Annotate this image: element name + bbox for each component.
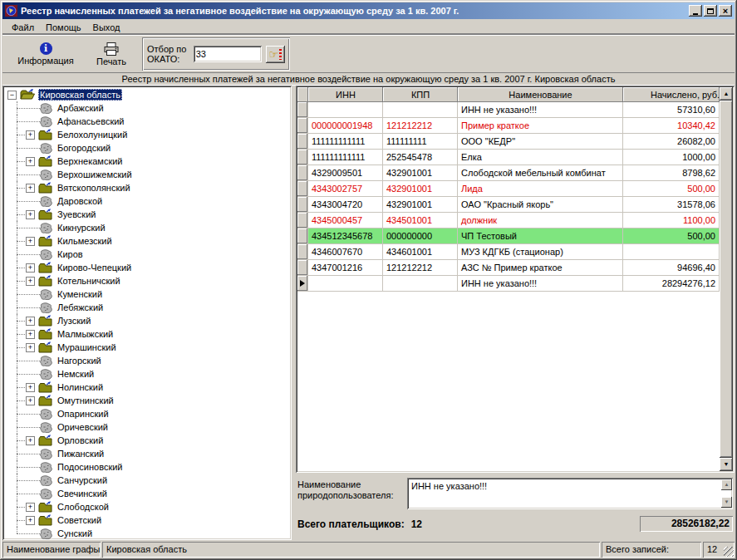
memo-scrollbar[interactable]: ▲ ▼ bbox=[720, 478, 733, 509]
district-label[interactable]: Немский bbox=[56, 368, 96, 380]
header-name[interactable]: Наименование bbox=[458, 87, 623, 102]
tree-item-district[interactable]: + Орловский bbox=[6, 434, 292, 447]
district-label[interactable]: Арбажский bbox=[56, 102, 106, 114]
cell-kpp[interactable]: 111111111 bbox=[383, 134, 458, 149]
okato-apply-button[interactable]: ☞ bbox=[266, 46, 285, 63]
tree-item-district[interactable]: + Опаринский bbox=[6, 407, 292, 420]
tree-item-district[interactable]: + Слободской bbox=[6, 500, 292, 513]
cell-amount[interactable]: 8798,62 bbox=[623, 165, 720, 180]
expand-toggle[interactable]: + bbox=[26, 317, 35, 326]
district-label[interactable]: Санчурский bbox=[56, 474, 109, 486]
maximize-button[interactable] bbox=[704, 5, 717, 17]
expand-toggle[interactable]: + bbox=[26, 130, 35, 140]
tree-item-district[interactable]: + Пижанский bbox=[6, 447, 292, 460]
row-selector[interactable] bbox=[297, 102, 308, 117]
memo-scroll-up-icon[interactable]: ▲ bbox=[721, 479, 732, 490]
menu-exit[interactable]: Выход bbox=[87, 21, 126, 34]
row-selector[interactable] bbox=[297, 150, 308, 165]
menu-help[interactable]: Помощь bbox=[40, 21, 87, 34]
cell-name[interactable]: ОАО "Красный якорь" bbox=[458, 197, 623, 212]
district-label[interactable]: Свечинский bbox=[56, 488, 109, 499]
cell-kpp[interactable]: 121212212 bbox=[383, 260, 458, 275]
cell-amount[interactable]: 1100,00 bbox=[623, 213, 720, 228]
district-label[interactable]: Омутнинский bbox=[56, 395, 115, 406]
expand-toggle[interactable]: + bbox=[26, 157, 35, 166]
cell-name[interactable]: МУЗ КДГКБ (стационар) bbox=[458, 244, 623, 259]
scroll-down-icon[interactable]: ▼ bbox=[720, 458, 733, 471]
district-label[interactable]: Киров bbox=[56, 248, 85, 260]
district-label[interactable]: Малмыжский bbox=[56, 328, 115, 340]
cell-amount[interactable]: 1000,00 bbox=[623, 150, 720, 165]
table-row[interactable]: 4345000457 434501001 должник 1100,00 bbox=[297, 213, 720, 228]
tree-item-district[interactable]: + Куменский bbox=[6, 287, 292, 301]
expand-toggle[interactable]: + bbox=[26, 330, 35, 339]
table-row[interactable]: 4329009501 432901001 Слободской мебельны… bbox=[297, 165, 720, 181]
table-row[interactable]: 434512345678 000000000 ЧП Тестовый 500,0… bbox=[297, 228, 720, 244]
scroll-thumb[interactable] bbox=[720, 101, 733, 458]
expand-toggle[interactable]: + bbox=[26, 396, 35, 405]
cell-name[interactable]: ООО "КЕДР" bbox=[458, 134, 623, 149]
district-label[interactable]: Оричевский bbox=[56, 421, 110, 433]
district-label[interactable]: Даровской bbox=[56, 195, 104, 207]
tree-item-district[interactable]: + Советский bbox=[6, 513, 292, 527]
district-label[interactable]: Богородский bbox=[56, 142, 112, 154]
district-label[interactable]: Мурашинский bbox=[56, 341, 118, 353]
tree-item-district[interactable]: + Малмыжский bbox=[6, 327, 292, 341]
tree-item-district[interactable]: + Котельничский bbox=[6, 274, 292, 287]
cell-name[interactable]: Слободской мебельный комбинат bbox=[458, 165, 623, 180]
tree-item-district[interactable]: + Немский bbox=[6, 367, 292, 381]
tree-item-district[interactable]: + Санчурский bbox=[6, 474, 292, 487]
district-label[interactable]: Кикнурский bbox=[56, 222, 107, 233]
memo-scroll-down-icon[interactable]: ▼ bbox=[721, 497, 732, 508]
tree-item-district[interactable]: + Оричевский bbox=[6, 420, 292, 434]
tree-item-district[interactable]: + Зуевский bbox=[6, 208, 292, 221]
cell-kpp[interactable]: 432901001 bbox=[383, 197, 458, 212]
tree-item-district[interactable]: + Нолинский bbox=[6, 381, 292, 394]
district-label[interactable]: Нолинский bbox=[56, 381, 105, 393]
district-label[interactable]: Опаринский bbox=[56, 408, 111, 420]
district-label[interactable]: Афанасьевский bbox=[56, 115, 126, 127]
tree-item-district[interactable]: + Мурашинский bbox=[6, 341, 292, 354]
cell-name[interactable]: ИНН не указано!!! bbox=[458, 102, 623, 117]
cell-inn[interactable]: 4343004720 bbox=[308, 197, 383, 212]
row-selector[interactable] bbox=[297, 197, 308, 212]
tree-item-district[interactable]: + Лебяжский bbox=[6, 301, 292, 314]
cell-inn[interactable]: 111111111111 bbox=[308, 134, 383, 149]
tree-item-district[interactable]: + Верхошижемский bbox=[6, 168, 292, 181]
tree-item-district[interactable]: + Лузский bbox=[6, 314, 292, 327]
cell-inn[interactable]: 000000001948 bbox=[308, 118, 383, 133]
district-label[interactable]: Лузский bbox=[56, 315, 92, 327]
district-label[interactable]: Вятскополянский bbox=[56, 182, 132, 194]
tree-item-district[interactable]: + Кирово-Чепецкий bbox=[6, 261, 292, 274]
district-label[interactable]: Пижанский bbox=[56, 448, 106, 459]
cell-amount[interactable]: 26082,00 bbox=[623, 134, 720, 149]
expand-toggle[interactable]: + bbox=[26, 210, 35, 219]
cell-amount[interactable]: 57310,60 bbox=[623, 102, 720, 117]
row-selector[interactable] bbox=[297, 276, 308, 291]
district-label[interactable]: Куменский bbox=[56, 288, 104, 300]
collapse-toggle[interactable]: − bbox=[7, 91, 17, 100]
expand-toggle[interactable]: + bbox=[26, 516, 35, 525]
cell-inn[interactable]: 434512345678 bbox=[308, 228, 383, 243]
table-row[interactable]: 4343002757 432901001 Лида 500,00 bbox=[297, 181, 720, 197]
cell-name[interactable]: Елка bbox=[458, 150, 623, 165]
tree-item-district[interactable]: + Свечинский bbox=[6, 487, 292, 500]
cell-amount[interactable] bbox=[623, 244, 720, 259]
district-label[interactable]: Лебяжский bbox=[56, 302, 105, 313]
header-inn[interactable]: ИНН bbox=[308, 87, 383, 102]
district-label[interactable]: Нагорский bbox=[56, 355, 103, 366]
cell-amount[interactable]: 28294276,12 bbox=[623, 276, 720, 291]
cell-name[interactable]: АЗС № Пример краткое bbox=[458, 260, 623, 275]
cell-name[interactable]: ЧП Тестовый bbox=[458, 228, 623, 243]
table-row[interactable]: 111111111111 252545478 Елка 1000,00 bbox=[297, 150, 720, 165]
cell-inn[interactable]: 4329009501 bbox=[308, 165, 383, 180]
cell-amount[interactable]: 31578,06 bbox=[623, 197, 720, 212]
tree-item-district[interactable]: + Арбажский bbox=[6, 101, 292, 115]
expand-toggle[interactable]: + bbox=[26, 184, 35, 193]
district-label[interactable]: Сунский bbox=[56, 528, 94, 539]
expand-toggle[interactable]: + bbox=[26, 277, 35, 286]
row-selector[interactable] bbox=[297, 260, 308, 275]
row-selector[interactable] bbox=[297, 134, 308, 149]
cell-inn[interactable]: 4343002757 bbox=[308, 181, 383, 196]
row-selector[interactable] bbox=[297, 118, 308, 133]
